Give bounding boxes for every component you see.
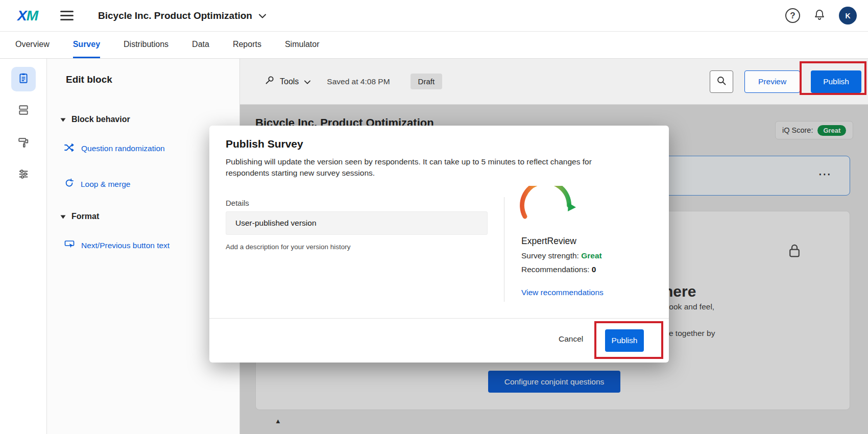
paint-roller-icon <box>18 137 29 150</box>
version-description-input[interactable] <box>226 211 488 235</box>
chevron-down-icon <box>259 11 266 20</box>
annotation-box-publish-top <box>800 61 866 95</box>
tools-menu-button[interactable]: Tools <box>264 76 310 87</box>
survey-strength-label: Survey strength: <box>521 251 581 260</box>
recommendations-label: Recommendations: <box>521 265 592 274</box>
modal-footer-divider <box>209 318 669 319</box>
tab-reports[interactable]: Reports <box>233 32 261 58</box>
next-previous-button-text-link[interactable]: Next/Previous button text <box>64 240 170 251</box>
user-avatar[interactable]: K <box>839 7 857 25</box>
tab-distributions[interactable]: Distributions <box>124 32 168 58</box>
rail-survey-options-button[interactable] <box>11 163 36 187</box>
tools-label: Tools <box>280 77 299 86</box>
hamburger-menu-icon[interactable] <box>60 11 74 20</box>
wrench-icon <box>264 76 274 87</box>
tab-survey[interactable]: Survey <box>73 32 100 58</box>
details-label: Details <box>226 199 249 207</box>
primary-nav: Overview Survey Distributions Data Repor… <box>0 32 868 59</box>
search-icon <box>716 76 727 88</box>
survey-strength-value: Great <box>581 251 602 260</box>
section-block-behavior[interactable]: Block behavior <box>60 115 130 124</box>
section-label: Block behavior <box>71 115 130 124</box>
modal-title: Publish Survey <box>226 138 303 150</box>
loop-icon <box>64 178 74 190</box>
recommendations-line: Recommendations: 0 <box>521 265 596 274</box>
help-icon[interactable]: ? <box>785 8 800 23</box>
rail-survey-builder-button[interactable] <box>11 67 36 91</box>
tab-simulator[interactable]: Simulator <box>285 32 320 58</box>
rail-blocks-button[interactable] <box>11 99 36 123</box>
logo-letter-m: M <box>27 8 38 23</box>
question-randomization-link[interactable]: Question randomization <box>64 143 165 154</box>
search-button[interactable] <box>710 70 733 93</box>
annotation-box-publish-modal <box>594 321 663 359</box>
survey-toolbar: Tools Saved at 4:08 PM Draft Preview Pub… <box>240 59 868 105</box>
project-switcher[interactable]: Bicycle Inc. Product Optimization <box>98 10 266 21</box>
expert-review-gauge-icon <box>518 186 584 224</box>
section-format[interactable]: Format <box>60 212 99 221</box>
panel-link-label: Loop & merge <box>81 180 130 189</box>
notifications-bell-icon[interactable] <box>813 9 826 23</box>
top-bar: XM Bicycle Inc. Product Optimization ? K <box>0 0 868 32</box>
version-hint-text: Add a description for your version histo… <box>226 243 351 251</box>
panel-link-label: Next/Previous button text <box>81 241 170 250</box>
blocks-icon <box>18 104 29 117</box>
loop-merge-link[interactable]: Loop & merge <box>64 178 130 190</box>
clipboard-icon <box>18 73 29 86</box>
preview-button[interactable]: Preview <box>744 70 800 93</box>
project-title: Bicycle Inc. Product Optimization <box>98 10 252 21</box>
collapse-triangle-icon <box>60 115 66 124</box>
recommendations-value: 0 <box>592 265 596 274</box>
modal-description: Publishing will update the version seen … <box>226 156 624 179</box>
expert-review-title: ExpertReview <box>521 236 576 247</box>
tab-overview[interactable]: Overview <box>15 32 50 58</box>
panel-title: Edit block <box>66 74 112 85</box>
collapse-triangle-icon <box>60 212 66 221</box>
modal-vertical-divider <box>504 197 504 302</box>
button-text-icon <box>64 240 75 251</box>
xm-logo[interactable]: XM <box>17 8 38 24</box>
save-status-text: Saved at 4:08 PM <box>327 77 390 86</box>
sliders-icon <box>18 168 29 182</box>
draft-status-badge: Draft <box>411 74 443 89</box>
tab-data[interactable]: Data <box>192 32 209 58</box>
survey-strength-line: Survey strength: Great <box>521 251 602 260</box>
section-label: Format <box>71 212 99 221</box>
editor-icon-rail <box>0 59 47 434</box>
cancel-button[interactable]: Cancel <box>559 334 583 344</box>
logo-letter-x: X <box>17 8 27 23</box>
app-window: XM Bicycle Inc. Product Optimization ? K… <box>0 0 868 434</box>
rail-look-feel-button[interactable] <box>11 131 36 156</box>
shuffle-icon <box>64 143 75 154</box>
view-recommendations-link[interactable]: View recommendations <box>521 288 604 297</box>
panel-link-label: Question randomization <box>81 144 165 153</box>
chevron-down-icon <box>304 77 310 86</box>
